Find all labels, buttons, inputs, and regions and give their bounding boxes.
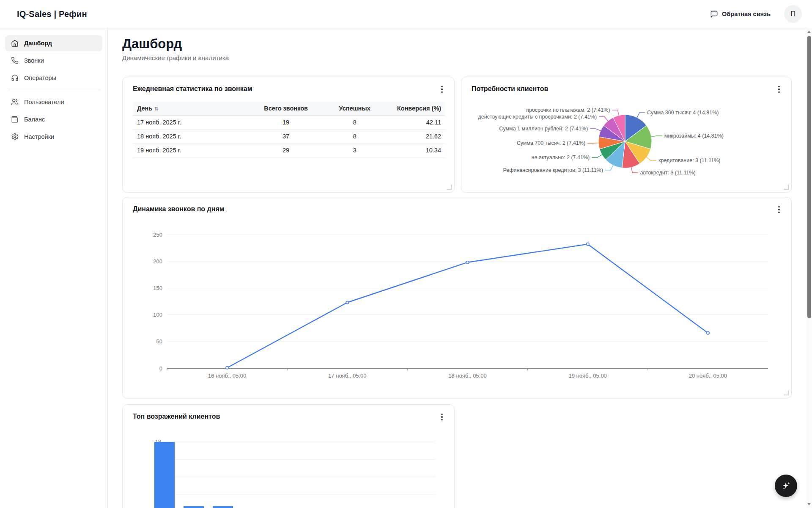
cell-conversion: 21.62 [389, 130, 445, 144]
cell-conversion: 42.11 [389, 116, 445, 130]
cell-total: 19 [252, 116, 321, 130]
app-title: IQ-Sales | Рефин [17, 9, 87, 19]
avatar-initial: П [790, 10, 796, 18]
y-tick-label: 250 [153, 232, 162, 238]
sparkles-icon [781, 480, 792, 491]
y-tick-label: 150 [153, 285, 162, 291]
sidebar-item-label: Баланс [24, 116, 45, 123]
sidebar: ДашбордЗвонкиОператорыПользователиБаланс… [0, 28, 108, 508]
card-daily-stats: Ежедневная статистика по звонкам День⇅Вс… [122, 77, 455, 193]
sidebar-item-label: Звонки [24, 57, 44, 64]
pie-leader-line [605, 165, 613, 170]
home-icon [11, 39, 19, 47]
top-objections-bar-chart[interactable]: 1815129 [123, 405, 454, 508]
scrollbar-thumb[interactable] [807, 36, 811, 318]
pie-leader-line [651, 136, 662, 137]
sidebar-divider [8, 90, 101, 90]
call-dynamics-line-chart[interactable]: 05010015020025016 нояб., 05:0017 нояб., … [123, 197, 791, 398]
pie-slice-label: автокредит: 3 (11.11%) [640, 170, 696, 176]
pie-leader-line [590, 129, 601, 131]
x-tick-label: 19 нояб., 05:00 [569, 373, 607, 379]
feedback-button[interactable]: Обратная связь [708, 10, 773, 19]
pie-leader-line [599, 117, 608, 121]
pie-slice-label: Сумма 700 тысяч: 2 (7.41%) [517, 140, 585, 146]
pie-leader-line [612, 110, 619, 116]
gear-icon [11, 133, 19, 141]
cell-success: 8 [320, 116, 389, 130]
sort-icon[interactable]: ⇅ [154, 106, 158, 111]
scroll-up-icon[interactable] [807, 30, 811, 33]
sidebar-item-users[interactable]: Пользователи [5, 94, 102, 110]
card-daily-stats-title: Ежедневная статистика по звонкам [133, 85, 252, 93]
card-resize-handle[interactable] [784, 185, 789, 190]
phone-icon [11, 57, 19, 64]
card-resize-handle[interactable] [447, 185, 452, 190]
data-point[interactable] [707, 331, 709, 334]
card-client-needs: Потребности клиентов Сумма 300 тысяч: 4 … [461, 77, 792, 193]
sidebar-item-label: Настройки [24, 133, 54, 140]
pie-slice-label: действующие кредиты с просрочками: 2 (7.… [478, 114, 597, 120]
sidebar-item-phone[interactable]: Звонки [5, 52, 102, 69]
x-tick-label: 20 нояб., 05:00 [689, 373, 727, 379]
scroll-down-icon[interactable] [807, 503, 811, 505]
card-menu-icon[interactable] [774, 84, 785, 95]
pie-slice-label: просрочки по платежам: 2 (7.41%) [526, 107, 610, 113]
pie-leader-line [587, 143, 599, 144]
cell-day: 17 нояб. 2025 г. [133, 116, 252, 130]
pie-slice-label: Сумма 300 тысяч: 4 (14.81%) [647, 110, 719, 116]
x-tick-label: 16 нояб., 05:00 [208, 373, 246, 379]
data-point[interactable] [587, 243, 589, 246]
cell-total: 29 [252, 144, 321, 157]
pie-leader-line [592, 155, 602, 157]
column-header-2: Успешных [320, 102, 389, 116]
cell-day: 19 нояб. 2025 г. [133, 144, 252, 157]
daily-stats-table: День⇅Всего звонковУспешныхКонверсия (%) … [133, 102, 445, 157]
cell-day: 18 нояб. 2025 г. [133, 130, 252, 144]
card-client-needs-title: Потребности клиентов [472, 85, 548, 93]
table-row: 19 нояб. 2025 г.29310.34 [133, 144, 445, 157]
pie-slice-label: кредитование: 3 (11.11%) [658, 157, 720, 163]
card-resize-handle[interactable] [784, 390, 789, 395]
client-needs-pie-chart[interactable]: Сумма 300 тысяч: 4 (14.81%)микрозаймы: 4… [461, 96, 791, 192]
wallet-icon [11, 116, 19, 123]
x-tick-label: 18 нояб., 05:00 [448, 373, 486, 379]
avatar[interactable]: П [784, 5, 802, 23]
page-title: Дашборд [122, 36, 182, 52]
pie-leader-line [646, 157, 656, 160]
pie-slice-label: Рефинансирование кредитов: 3 (11.11%) [503, 167, 603, 173]
sidebar-item-label: Дашборд [24, 40, 52, 47]
data-point[interactable] [346, 301, 348, 304]
users-icon [11, 98, 19, 106]
top-bar: IQ-Sales | Рефин Обратная связь П [0, 0, 812, 28]
sidebar-item-gear[interactable]: Настройки [5, 129, 102, 145]
column-header-0[interactable]: День⇅ [133, 102, 252, 116]
data-point[interactable] [226, 367, 228, 369]
feedback-label: Обратная связь [722, 11, 771, 17]
pie-slice-label: микрозаймы: 4 (14.81%) [664, 133, 724, 139]
cell-success: 3 [320, 144, 389, 157]
ai-assistant-button[interactable] [775, 475, 797, 497]
pie-slice-label: не актуально: 2 (7.41%) [532, 155, 590, 160]
card-menu-icon[interactable] [436, 84, 447, 95]
bar[interactable] [213, 506, 233, 508]
column-header-3: Конверсия (%) [389, 102, 445, 116]
sidebar-item-wallet[interactable]: Баланс [5, 111, 102, 127]
sidebar-item-label: Пользователи [24, 99, 64, 105]
bar[interactable] [184, 506, 204, 508]
sidebar-item-headphones[interactable]: Операторы [5, 70, 102, 86]
pie-slice-label: Сумма 1 миллион рублей: 2 (7.41%) [499, 126, 588, 132]
x-tick-label: 17 нояб., 05:00 [328, 373, 366, 379]
cell-success: 8 [320, 130, 389, 144]
page-subtitle: Динамические графики и аналитика [122, 54, 229, 61]
main-content: Дашборд Динамические графики и аналитика… [108, 28, 807, 508]
cell-conversion: 10.34 [389, 144, 445, 157]
data-point[interactable] [466, 261, 469, 264]
card-top-objections: Топ возражений клиентов 1815129 [122, 404, 455, 508]
sidebar-item-home[interactable]: Дашборд [5, 35, 102, 51]
vertical-scrollbar [807, 28, 812, 508]
card-call-dynamics: Динамика звонков по дням 050100150200250… [122, 197, 792, 398]
column-header-1: Всего звонков [252, 102, 321, 116]
table-row: 18 нояб. 2025 г.37821.62 [133, 130, 445, 144]
bar[interactable] [154, 442, 175, 508]
headphones-icon [11, 74, 19, 82]
